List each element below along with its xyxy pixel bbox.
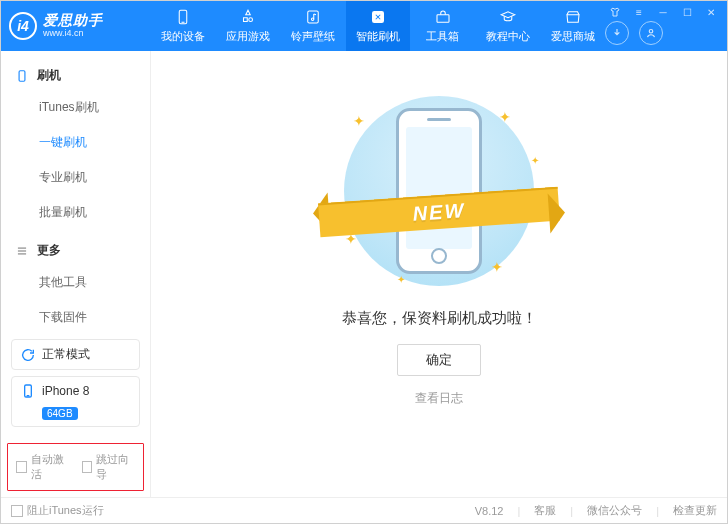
refresh-icon — [20, 347, 36, 363]
version-label: V8.12 — [475, 505, 504, 517]
sidebar-item-other-tools[interactable]: 其他工具 — [1, 265, 150, 300]
nav-smart-flash[interactable]: 智能刷机 — [346, 1, 411, 51]
sidebar-item-download-firmware[interactable]: 下载固件 — [1, 300, 150, 327]
device-icon — [174, 8, 192, 26]
download-button[interactable] — [605, 21, 629, 45]
view-log-link[interactable]: 查看日志 — [415, 390, 463, 407]
maximize-button[interactable]: ☐ — [677, 5, 697, 19]
sidebar-item-onekey-flash[interactable]: 一键刷机 — [1, 125, 150, 160]
apps-icon — [239, 8, 257, 26]
brand-url: www.i4.cn — [43, 29, 103, 39]
nav-tutorials[interactable]: 教程中心 — [475, 1, 540, 51]
phone-outline-icon — [15, 69, 29, 83]
app-header: i4 爱思助手 www.i4.cn 我的设备 应用游戏 铃声壁纸 智能刷机 — [1, 1, 727, 51]
sidebar-group-label: 刷机 — [37, 67, 61, 84]
menu-button[interactable]: ≡ — [629, 5, 649, 19]
toolbox-icon — [434, 8, 452, 26]
new-ribbon: NEW — [319, 187, 559, 237]
checkbox-box-icon — [11, 505, 23, 517]
nav-label: 铃声壁纸 — [291, 29, 335, 44]
nav-toolbox[interactable]: 工具箱 — [410, 1, 475, 51]
device-card[interactable]: iPhone 8 64GB — [11, 376, 140, 427]
sidebar-item-pro-flash[interactable]: 专业刷机 — [1, 160, 150, 195]
status-bar: 阻止iTunes运行 V8.12 | 客服 | 微信公众号 | 检查更新 — [1, 497, 727, 523]
sparkle-icon: ✦ — [397, 274, 405, 285]
sidebar-group-flash[interactable]: 刷机 — [1, 61, 150, 90]
close-button[interactable]: ✕ — [701, 5, 721, 19]
sparkle-icon: ✦ — [531, 155, 539, 166]
account-button[interactable] — [639, 21, 663, 45]
sidebar-bottom: 正常模式 iPhone 8 64GB — [1, 327, 150, 437]
svg-rect-2 — [308, 11, 319, 23]
sidebar-group-label: 更多 — [37, 242, 61, 259]
app-window: i4 爱思助手 www.i4.cn 我的设备 应用游戏 铃声壁纸 智能刷机 — [0, 0, 728, 524]
mode-card[interactable]: 正常模式 — [11, 339, 140, 370]
window-controls: ≡ ─ ☐ ✕ — [605, 1, 727, 19]
checkbox-box-icon — [16, 461, 27, 473]
sidebar-group-more[interactable]: 更多 — [1, 236, 150, 265]
nav-label: 爱思商城 — [551, 29, 595, 44]
wechat-link[interactable]: 微信公众号 — [587, 503, 642, 518]
music-icon — [304, 8, 322, 26]
divider: | — [517, 505, 520, 517]
checkbox-label: 跳过向导 — [96, 452, 135, 482]
checkbox-box-icon — [82, 461, 93, 473]
brand-logo-icon: i4 — [9, 12, 37, 40]
checkbox-auto-activate[interactable]: 自动激活 — [16, 452, 70, 482]
store-icon — [564, 8, 582, 26]
support-link[interactable]: 客服 — [534, 503, 556, 518]
flash-icon — [369, 8, 387, 26]
brand-text: 爱思助手 www.i4.cn — [43, 13, 103, 38]
checkbox-block-itunes[interactable]: 阻止iTunes运行 — [11, 503, 104, 518]
divider: | — [570, 505, 573, 517]
header-actions — [605, 21, 727, 51]
device-small-icon — [20, 383, 36, 399]
nav-label: 我的设备 — [161, 29, 205, 44]
sparkle-icon: ✦ — [353, 113, 365, 129]
checkbox-skip-guide[interactable]: 跳过向导 — [82, 452, 136, 482]
sidebar-list: 刷机 iTunes刷机 一键刷机 专业刷机 批量刷机 更多 其他工具 下载固件 … — [1, 51, 150, 327]
storage-badge: 64GB — [42, 407, 78, 420]
svg-rect-7 — [19, 70, 25, 81]
device-name: iPhone 8 — [42, 384, 89, 398]
svg-rect-5 — [437, 15, 449, 23]
nav-my-device[interactable]: 我的设备 — [151, 1, 216, 51]
confirm-button[interactable]: 确定 — [397, 344, 481, 376]
nav-apps-games[interactable]: 应用游戏 — [216, 1, 281, 51]
brand: i4 爱思助手 www.i4.cn — [1, 1, 151, 51]
top-nav: 我的设备 应用游戏 铃声壁纸 智能刷机 工具箱 教程中心 — [151, 1, 605, 51]
minimize-button[interactable]: ─ — [653, 5, 673, 19]
list-icon — [15, 244, 29, 258]
tutorial-icon — [499, 8, 517, 26]
success-message: 恭喜您，保资料刷机成功啦！ — [342, 309, 537, 328]
divider: | — [656, 505, 659, 517]
ribbon-text: NEW — [318, 187, 560, 238]
nav-ringtone-wallpaper[interactable]: 铃声壁纸 — [281, 1, 346, 51]
mode-label: 正常模式 — [42, 346, 90, 363]
sparkle-icon: ✦ — [499, 109, 511, 125]
app-body: 刷机 iTunes刷机 一键刷机 专业刷机 批量刷机 更多 其他工具 下载固件 … — [1, 51, 727, 497]
svg-point-6 — [649, 30, 653, 34]
brand-title: 爱思助手 — [43, 13, 103, 28]
sidebar: 刷机 iTunes刷机 一键刷机 专业刷机 批量刷机 更多 其他工具 下载固件 … — [1, 51, 151, 497]
nav-label: 应用游戏 — [226, 29, 270, 44]
success-illustration: ✦ ✦ ✦ ✦ ✦ ✦ NEW — [339, 91, 539, 291]
nav-label: 智能刷机 — [356, 29, 400, 44]
nav-label: 工具箱 — [426, 29, 459, 44]
sparkle-icon: ✦ — [491, 259, 503, 275]
flash-options-highlight: 自动激活 跳过向导 — [7, 443, 144, 491]
sidebar-item-batch-flash[interactable]: 批量刷机 — [1, 195, 150, 230]
nav-label: 教程中心 — [486, 29, 530, 44]
status-bar-right: V8.12 | 客服 | 微信公众号 | 检查更新 — [475, 503, 717, 518]
main-panel: ✦ ✦ ✦ ✦ ✦ ✦ NEW 恭喜您，保资料刷机成功啦！ 确定 查看日志 — [151, 51, 727, 497]
checkbox-label: 阻止iTunes运行 — [27, 503, 104, 518]
checkbox-label: 自动激活 — [31, 452, 70, 482]
check-update-link[interactable]: 检查更新 — [673, 503, 717, 518]
sidebar-item-itunes-flash[interactable]: iTunes刷机 — [1, 90, 150, 125]
skin-button[interactable] — [605, 5, 625, 19]
nav-store[interactable]: 爱思商城 — [540, 1, 605, 51]
svg-point-3 — [312, 18, 314, 20]
